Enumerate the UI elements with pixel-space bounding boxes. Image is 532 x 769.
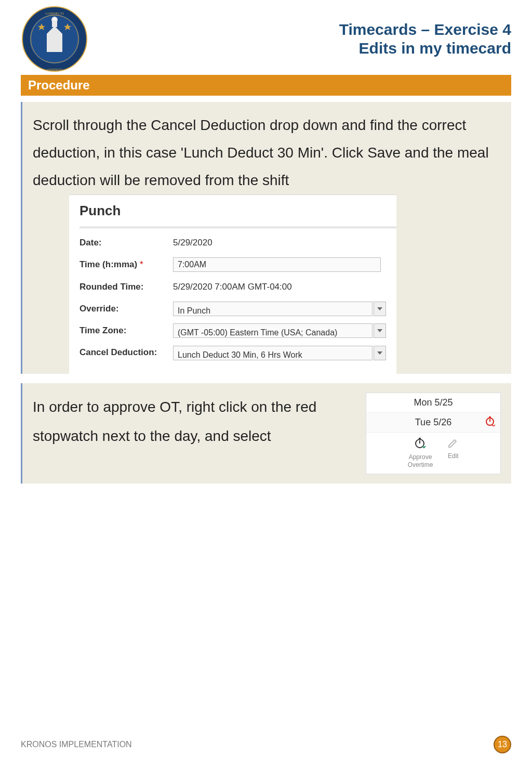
svg-text:CONNECTI: CONNECTI xyxy=(45,11,64,16)
stopwatch-icon[interactable] xyxy=(485,416,495,429)
title-line-2: Edits in my timecard xyxy=(339,39,511,58)
edit-button[interactable]: Edit xyxy=(447,437,459,468)
svg-rect-14 xyxy=(419,438,421,439)
override-dropdown-button[interactable] xyxy=(374,302,386,316)
approve-overtime-button[interactable]: Approve Overtime xyxy=(408,437,433,468)
cancel-deduction-value: Lunch Deduct 30 Min, 6 Hrs Work xyxy=(173,346,373,360)
timezone-select[interactable]: (GMT -05:00) Eastern Time (USA; Canada) xyxy=(173,323,386,338)
override-value: In Punch xyxy=(173,302,373,316)
timezone-label: Time Zone: xyxy=(79,322,173,339)
rounded-time-label: Rounded Time: xyxy=(79,279,173,295)
instruction-paragraph-1: Scroll through the Cancel Deduction drop… xyxy=(33,111,501,194)
chevron-down-icon xyxy=(377,307,382,310)
svg-text:ADMINIST: ADMINIST xyxy=(47,68,62,71)
page-footer: KRONOS IMPLEMENTATION 13 xyxy=(21,736,511,753)
pencil-icon xyxy=(447,437,459,451)
context-menu: Approve Overtime Edit xyxy=(366,433,500,474)
override-select[interactable]: In Punch xyxy=(173,302,386,316)
cancel-deduction-label: Cancel Deduction: xyxy=(79,344,173,361)
timezone-value: (GMT -05:00) Eastern Time (USA; Canada) xyxy=(173,323,373,338)
instruction-section-2: In order to approve OT, right click on t… xyxy=(21,383,511,484)
page-number-badge: 13 xyxy=(494,736,511,753)
procedure-heading: Procedure xyxy=(21,75,511,96)
override-label: Override: xyxy=(79,301,173,317)
timezone-dropdown-button[interactable] xyxy=(374,323,386,338)
time-label: Time (h:mma) * xyxy=(79,256,173,273)
chevron-down-icon xyxy=(377,351,382,355)
date-label: Date: xyxy=(79,234,173,251)
instruction-paragraph-2: In order to approve OT, right click on t… xyxy=(33,393,345,474)
approve-label-2: Overtime xyxy=(408,461,433,468)
overtime-day-panel: Mon 5/25 Tue 5/26 xyxy=(366,393,501,474)
instruction-section-1: Scroll through the Cancel Deduction drop… xyxy=(21,102,511,374)
day-row-mon[interactable]: Mon 5/25 xyxy=(366,393,500,413)
required-asterisk: * xyxy=(140,259,143,269)
edit-label: Edit xyxy=(448,452,459,460)
date-value: 5/29/2020 xyxy=(173,234,396,251)
title-line-1: Timecards – Exercise 4 xyxy=(339,20,511,39)
footer-text: KRONOS IMPLEMENTATION xyxy=(21,740,132,749)
org-seal-icon: CONNECTI ADMINIST xyxy=(21,5,88,73)
page-title: Timecards – Exercise 4 Edits in my timec… xyxy=(339,20,511,58)
rounded-time-value: 5/29/2020 7:00AM GMT-04:00 xyxy=(173,279,396,295)
cancel-deduction-dropdown-button[interactable] xyxy=(374,346,386,360)
day-row-tue[interactable]: Tue 5/26 xyxy=(366,413,500,433)
time-input[interactable] xyxy=(173,257,381,272)
punch-dialog-title: Punch xyxy=(79,198,396,228)
approve-label-1: Approve xyxy=(409,453,432,461)
approve-stopwatch-icon xyxy=(408,437,433,452)
punch-dialog: Punch Date: 5/29/2020 Time (h:mma) * Rou… xyxy=(69,194,396,374)
svg-rect-11 xyxy=(489,416,491,418)
chevron-down-icon xyxy=(377,329,382,332)
cancel-deduction-select[interactable]: Lunch Deduct 30 Min, 6 Hrs Work xyxy=(173,346,386,360)
